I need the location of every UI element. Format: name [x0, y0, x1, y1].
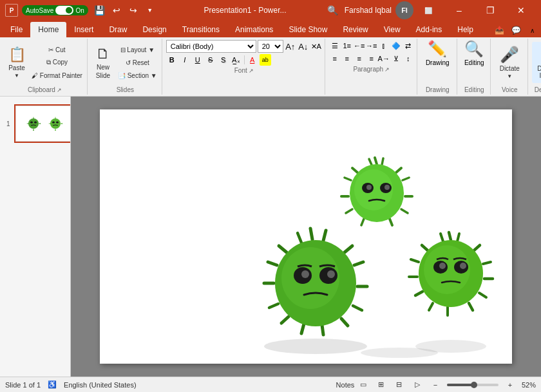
ribbon-display-button[interactable]: ⬜: [413, 0, 443, 21]
columns-button[interactable]: ⫿: [378, 40, 390, 51]
zoom-in-button[interactable]: +: [504, 378, 517, 391]
copy-button[interactable]: ⧉ Copy: [30, 57, 84, 68]
align-center-button[interactable]: ≡: [341, 53, 353, 64]
title-bar-left: P AutoSave On 💾 ↩ ↪ ▼: [5, 3, 165, 18]
highlight-button[interactable]: ab: [260, 54, 271, 66]
font-size-select[interactable]: 20: [258, 40, 283, 53]
dec-indent-button[interactable]: ←≡: [354, 40, 365, 51]
tab-insert[interactable]: Insert: [66, 22, 101, 37]
smartart-button[interactable]: 🔷: [390, 40, 402, 51]
tab-help[interactable]: Help: [450, 22, 481, 37]
drawing-icon: ✏️: [428, 40, 447, 58]
slides-panel: 1: [0, 97, 71, 377]
clear-format-button[interactable]: ✕A: [310, 41, 322, 52]
zoom-slider[interactable]: [447, 384, 498, 386]
svg-line-37: [310, 229, 312, 239]
zoom-out-button[interactable]: −: [429, 378, 442, 391]
clipboard-sub: ✂ Cut ⧉ Copy 🖌 Format Painter: [30, 44, 84, 81]
paste-button[interactable]: 📋 Paste ▼: [5, 43, 28, 82]
increase-font-button[interactable]: A↑: [285, 41, 296, 52]
tab-view[interactable]: View: [376, 22, 408, 37]
slide-thumb-img-1: [15, 106, 71, 142]
italic-button[interactable]: I: [179, 54, 191, 66]
accessibility-icon[interactable]: ♿: [46, 378, 59, 391]
underline-button[interactable]: U: [192, 54, 204, 66]
tab-draw[interactable]: Draw: [101, 22, 135, 37]
strikethrough-button[interactable]: S: [205, 54, 216, 66]
undo-button[interactable]: ↩: [109, 3, 124, 18]
clipboard-label: Clipboard ↗: [28, 86, 62, 93]
clipboard-group: 📋 Paste ▼ ✂ Cut ⧉ Copy 🖌 Format Painter …: [3, 39, 88, 95]
convert-button[interactable]: ⇄: [403, 40, 414, 51]
font-dialog-button[interactable]: ↗: [249, 68, 254, 74]
svg-point-12: [52, 122, 55, 124]
font-color-button[interactable]: A: [247, 54, 258, 66]
font-name-select[interactable]: Calibri (Body): [166, 40, 256, 53]
bold-button[interactable]: B: [166, 54, 178, 66]
close-button[interactable]: ✕: [506, 0, 536, 21]
align-right-button[interactable]: ≡: [354, 53, 365, 64]
tab-review[interactable]: Review: [335, 22, 375, 37]
minimize-button[interactable]: –: [444, 0, 474, 21]
autosave-badge[interactable]: AutoSave On: [22, 5, 88, 15]
customize-qat-button[interactable]: ▼: [142, 3, 158, 18]
restore-button[interactable]: ❐: [475, 0, 505, 21]
paragraph-controls: ☰ 1≡ ←≡ →≡ ⫿ 🔷 ⇄ ≡ ≡ ≡ ≡ A→ ⊻ ↕: [329, 40, 414, 64]
drawing-group-label: Drawing: [426, 86, 450, 93]
tab-animations[interactable]: Animations: [227, 22, 281, 37]
dictate-button[interactable]: 🎤 Dictate ▼: [494, 42, 525, 83]
inc-indent-button[interactable]: →≡: [366, 40, 377, 51]
design-ideas-icon: 💡: [538, 46, 541, 64]
svg-point-35: [366, 185, 372, 190]
redo-button[interactable]: ↪: [126, 3, 141, 18]
format-painter-button[interactable]: 🖌 Format Painter: [30, 70, 84, 81]
dictate-label: Dictate: [500, 65, 520, 72]
numbered-list-button[interactable]: 1≡: [341, 40, 353, 51]
editing-group-label: Editing: [464, 86, 484, 93]
reading-view-button[interactable]: ⊟: [393, 378, 406, 391]
shadow-button[interactable]: S: [218, 54, 229, 66]
cut-button[interactable]: ✂ Cut: [30, 44, 84, 55]
tab-addins[interactable]: Add-ins: [408, 22, 450, 37]
presenter-view-button[interactable]: ▷: [411, 378, 424, 391]
layout-button[interactable]: ⊟ Layout ▼: [116, 44, 159, 55]
bullet-list-button[interactable]: ☰: [329, 40, 341, 51]
tab-file[interactable]: File: [3, 22, 30, 37]
tab-home[interactable]: Home: [30, 22, 66, 37]
comments-button[interactable]: 💬: [509, 23, 523, 37]
align-text-button[interactable]: ⊻: [390, 53, 402, 64]
collapse-ribbon-button[interactable]: ∧: [526, 24, 538, 37]
svg-point-0: [28, 118, 39, 129]
slide-canvas-area[interactable]: [71, 97, 541, 377]
line-spacing-button[interactable]: ↕: [403, 53, 414, 64]
align-left-button[interactable]: ≡: [329, 53, 341, 64]
share-button[interactable]: 📤: [492, 23, 506, 37]
save-button[interactable]: 💾: [92, 3, 108, 18]
drawing-label: Drawing: [426, 59, 450, 66]
text-direction-button[interactable]: A→: [378, 53, 390, 64]
user-avatar[interactable]: FI: [395, 1, 413, 19]
editing-icon: 🔍: [464, 40, 484, 58]
paragraph-dialog-button[interactable]: ↗: [384, 66, 390, 73]
tab-slideshow[interactable]: Slide Show: [281, 22, 335, 37]
design-ideas-button[interactable]: 💡 DesignIdeas: [532, 42, 541, 83]
tab-transitions[interactable]: Transitions: [175, 22, 227, 37]
new-slide-button[interactable]: 🗋 New Slide: [91, 43, 115, 82]
designer-group: 💡 DesignIdeas Designer: [529, 39, 541, 95]
reset-button[interactable]: ↺ Reset: [116, 57, 159, 68]
slide-thumbnail-1[interactable]: 1: [14, 104, 71, 143]
justify-button[interactable]: ≡: [366, 53, 377, 64]
tab-design[interactable]: Design: [135, 22, 174, 37]
char-spacing-button[interactable]: A̲ₓ: [231, 54, 242, 66]
window-controls: ⬜ – ❐ ✕: [413, 0, 536, 21]
notes-button[interactable]: Notes: [339, 378, 352, 391]
svg-point-57: [327, 270, 335, 278]
section-button[interactable]: 📑 Section ▼: [116, 70, 159, 81]
clipboard-dialog-button[interactable]: ↗: [57, 87, 62, 93]
normal-view-button[interactable]: ▭: [357, 378, 370, 391]
autosave-toggle[interactable]: [55, 6, 73, 15]
slide-sorter-button[interactable]: ⊞: [375, 378, 388, 391]
search-button[interactable]: 🔍: [325, 3, 341, 18]
decrease-font-button[interactable]: A↓: [298, 41, 309, 52]
font-group: Calibri (Body) 20 A↑ A↓ ✕A B I U S S A̲ₓ…: [164, 39, 325, 95]
